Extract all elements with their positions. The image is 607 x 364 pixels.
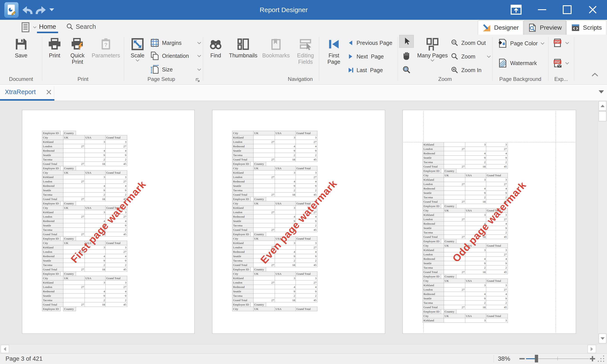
scale-dropdown-icon[interactable] [136,59,139,62]
table-cell: 4 [296,144,317,149]
table-cell: 27 [296,280,317,285]
table-cell: Kirkland [423,318,444,323]
vertical-scrollbar[interactable] [598,101,607,344]
zoom-in-button[interactable]: Zoom In [451,65,491,76]
page-color-icon [498,39,508,48]
export-pdf-dropdown-icon[interactable] [565,42,569,44]
find-button[interactable]: Find [205,36,227,75]
send-pdf-button[interactable]: PDF [552,58,571,69]
many-pages-button[interactable]: Many Pages [416,36,449,75]
collapse-ribbon-button[interactable] [591,73,599,77]
preview-viewport[interactable]: Employee IDCountryCityUKUSAGrand TotalKi… [0,101,598,344]
scripts-view-button[interactable]: Scripts [566,20,606,35]
table-cell: Grand Total [42,197,64,201]
table-cell: UK [253,307,275,311]
zoom-slider-fill [526,358,535,359]
margins-icon [150,38,159,48]
margins-button[interactable]: Margins [150,37,201,48]
table-cell: London [423,252,444,257]
zoom-button[interactable]: Zoom [451,51,491,62]
table-cell: Seattle [232,254,254,259]
pointer-tool-button[interactable] [399,35,414,48]
table-cell: City [423,243,444,248]
size-button[interactable]: Size [150,64,201,75]
quick-print-label-1: Quick [70,52,84,59]
table-cell [275,210,296,215]
table-cell: Employee ID [42,201,60,206]
page-color-button[interactable]: Page Color [498,38,544,49]
scroll-up-button[interactable] [599,101,606,111]
next-page-button[interactable]: Next Page [347,51,396,62]
table-cell: UK [444,278,466,283]
scroll-right-button[interactable] [588,345,596,353]
table-cell: City [423,278,444,283]
tab-close-icon[interactable] [45,89,52,96]
maximize-button[interactable] [557,0,577,19]
table-cell: 3 [296,170,317,175]
table-cell: 2 [486,300,508,305]
table-cell: Redmond [232,179,254,184]
thumbnails-button[interactable]: Thumbnails [227,36,259,75]
table-cell: Grand Total [423,164,444,169]
scroll-left-button[interactable] [1,345,9,353]
table-cell: USA [84,170,106,175]
tab-list-dropdown-icon[interactable] [599,90,604,93]
horizontal-scrollbar[interactable] [0,344,607,353]
zoom-out-button[interactable]: Zoom Out [451,37,491,48]
previous-page-button[interactable]: Previous Page [347,37,396,48]
table-cell: Country [253,162,266,166]
minimize-button[interactable] [532,0,552,19]
thumbnails-label: Thumbnails [229,52,257,59]
table-cell [253,135,275,140]
resize-grip[interactable] [598,355,605,363]
close-button[interactable] [583,0,603,19]
orientation-label: Orientation [162,53,194,59]
table-cell: 4 [465,292,486,296]
first-page-button[interactable]: First Page [322,36,346,75]
vertical-scroll-thumb[interactable] [599,111,606,121]
table-cell: Employee ID [423,309,441,314]
last-page-button[interactable]: Last Page [347,65,396,76]
table-cell: 2 [465,300,486,305]
table-cell: City [42,206,64,210]
table-cell: 2 [486,230,508,235]
hand-tool-button[interactable] [399,49,414,62]
zoom-tool-button[interactable] [399,63,414,76]
table-cell: London [423,182,444,186]
tab-search[interactable]: Search [66,20,101,33]
print-button[interactable]: Print [43,36,66,75]
export-pdf-button[interactable]: PDF [552,37,571,48]
save-button[interactable]: Save [9,36,33,75]
table-cell [275,140,296,144]
table-cell: Kirkland [232,170,254,175]
preview-view-button[interactable]: Preview [524,20,566,35]
table-cell: 18 [465,199,486,204]
designer-view-button[interactable]: Designer [478,20,523,35]
table-cell: Grand Total [232,263,254,267]
main-menu-icon [21,22,31,33]
scale-button[interactable]: Scale [126,36,149,75]
tab-xtrareport[interactable]: XtraReport [5,85,36,99]
table-cell: Redmond [423,186,444,191]
table-cell: 2 [296,293,317,298]
table-cell: 18 [465,164,486,169]
ribbon-display-options-button[interactable] [506,0,526,19]
table-cell: Grand Total [296,307,317,311]
table-cell: 2 [486,265,508,270]
tab-home[interactable]: Home [37,20,58,33]
table-cell: USA [275,166,296,170]
zoom-decrease-button[interactable] [519,358,525,359]
watermark-button[interactable]: Watermark [498,58,544,69]
quick-print-button[interactable]: Quick Print [66,36,89,75]
many-pages-dropdown-icon[interactable] [430,59,434,62]
title-bar: Report Designer [0,0,607,20]
table-cell: 3 [465,142,486,147]
zoom-slider-thumb[interactable] [535,355,538,363]
send-pdf-dropdown-icon[interactable] [565,62,569,65]
bookmarks-button: Bookmarks [260,36,292,75]
table-cell [63,210,85,215]
orientation-button[interactable]: Orientation [150,50,201,61]
table-cell: 45 [486,164,508,169]
scroll-down-button[interactable] [599,334,606,343]
table-cell: Country [253,197,266,201]
